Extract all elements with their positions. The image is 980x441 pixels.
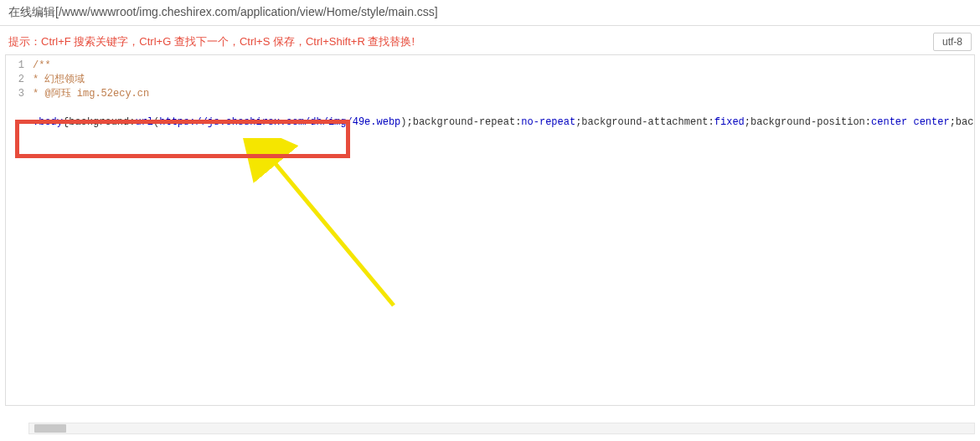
code-line: .body{background:url(https://js.cheshire… [33,115,975,130]
code-area[interactable]: /** * 幻想领域 * @阿珏 img.52ecy.cn .body{back… [29,55,975,405]
horizontal-scrollbar[interactable] [28,423,975,434]
scrollbar-thumb[interactable] [34,424,66,433]
code-line: * 幻想领域 [33,73,975,87]
line-number: 2 [6,73,24,87]
title-bar: 在线编辑[/www/wwwroot/img.cheshirex.com/appl… [0,0,980,26]
code-editor[interactable]: 1 2 3 /** * 幻想领域 * @阿珏 img.52ecy.cn .bod… [5,54,975,406]
title-prefix: 在线编辑 [8,5,55,18]
encoding-button[interactable]: utf-8 [933,33,972,51]
line-gutter: 1 2 3 [6,55,29,405]
line-number: 3 [6,87,24,101]
hint-row: 提示：Ctrl+F 搜索关键字，Ctrl+G 查找下一个，Ctrl+S 保存，C… [0,26,980,54]
hint-text: 提示：Ctrl+F 搜索关键字，Ctrl+G 查找下一个，Ctrl+S 保存，C… [8,34,415,49]
code-line: /** [33,59,975,73]
title-path: [/www/wwwroot/img.cheshirex.com/applicat… [55,5,438,18]
code-line: * @阿珏 img.52ecy.cn [33,87,975,101]
code-line [33,101,975,115]
line-number: 1 [6,59,24,73]
